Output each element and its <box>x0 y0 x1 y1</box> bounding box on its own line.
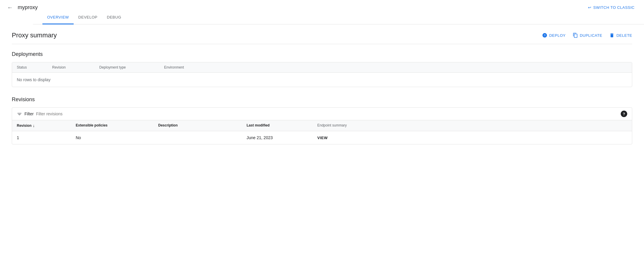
deployments-section: Deployments Status Revision Deployment t… <box>12 51 632 87</box>
action-buttons: DEPLOY DUPLICATE DELETE <box>542 33 632 38</box>
filter-label: Filter <box>24 111 34 116</box>
filter-left: Filter <box>17 111 95 116</box>
main-content: Proxy summary DEPLOY DUPLICATE <box>0 24 644 161</box>
tab-debug[interactable]: DEBUG <box>102 11 126 24</box>
col-environment: Environment <box>164 65 627 69</box>
cell-revision: 1 <box>17 135 76 140</box>
help-icon[interactable]: ? <box>621 111 627 117</box>
revisions-title: Revisions <box>12 96 632 103</box>
tabs: OVERVIEW DEVELOP DEBUG <box>33 11 644 24</box>
page-title: myproxy <box>18 4 38 11</box>
header: ← myproxy ↩ SWITCH TO CLASSIC <box>0 0 644 11</box>
col-status: Status <box>17 65 52 69</box>
delete-label: DELETE <box>616 33 632 38</box>
switch-classic-label: SWITCH TO CLASSIC <box>593 5 635 10</box>
duplicate-icon <box>573 33 578 38</box>
proxy-summary-title: Proxy summary <box>12 31 57 39</box>
table-row: 1 No June 21, 2023 VIEW <box>12 131 632 144</box>
revisions-table: Filter ? Revision ↓ Extensible policies … <box>12 107 632 144</box>
col-description-header: Description <box>158 123 247 128</box>
delete-icon <box>609 33 615 38</box>
cell-extensible-policies: No <box>76 135 158 140</box>
deployments-table-header: Status Revision Deployment type Environm… <box>12 62 632 73</box>
revisions-section: Revisions Filter ? Revision <box>12 96 632 144</box>
switch-icon: ↩ <box>588 5 592 10</box>
col-deployment-type: Deployment type <box>99 65 164 69</box>
filter-input[interactable] <box>36 111 95 116</box>
sort-down-icon: ↓ <box>33 123 35 128</box>
deploy-label: DEPLOY <box>549 33 566 38</box>
col-extensible-policies-header: Extensible policies <box>76 123 158 128</box>
cell-last-modified: June 21, 2023 <box>247 135 317 140</box>
duplicate-label: DUPLICATE <box>580 33 602 38</box>
view-endpoint-button[interactable]: VIEW <box>317 136 627 140</box>
revisions-table-header: Revision ↓ Extensible policies Descripti… <box>12 120 632 131</box>
tab-overview[interactable]: OVERVIEW <box>42 11 74 24</box>
col-revision-header[interactable]: Revision ↓ <box>17 123 76 128</box>
proxy-summary-header: Proxy summary DEPLOY DUPLICATE <box>12 31 632 44</box>
back-button[interactable]: ← <box>7 4 13 11</box>
col-revision-label: Revision <box>17 124 32 128</box>
filter-bar: Filter ? <box>12 108 632 120</box>
deploy-icon <box>542 33 547 38</box>
col-revision: Revision <box>52 65 99 69</box>
col-endpoint-summary-header: Endpoint summary <box>317 123 627 128</box>
filter-icon <box>17 111 22 116</box>
delete-button[interactable]: DELETE <box>609 33 632 38</box>
col-last-modified-header: Last modified <box>247 123 317 128</box>
tabs-row: OVERVIEW DEVELOP DEBUG <box>0 11 644 24</box>
duplicate-button[interactable]: DUPLICATE <box>573 33 602 38</box>
deployments-table: Status Revision Deployment type Environm… <box>12 62 632 87</box>
switch-to-classic-button[interactable]: ↩ SWITCH TO CLASSIC <box>588 5 635 10</box>
deploy-button[interactable]: DEPLOY <box>542 33 566 38</box>
header-left: ← myproxy <box>7 4 38 11</box>
deployments-title: Deployments <box>12 51 632 57</box>
tab-develop[interactable]: DEVELOP <box>74 11 102 24</box>
deployments-empty-message: No rows to display <box>12 73 632 87</box>
